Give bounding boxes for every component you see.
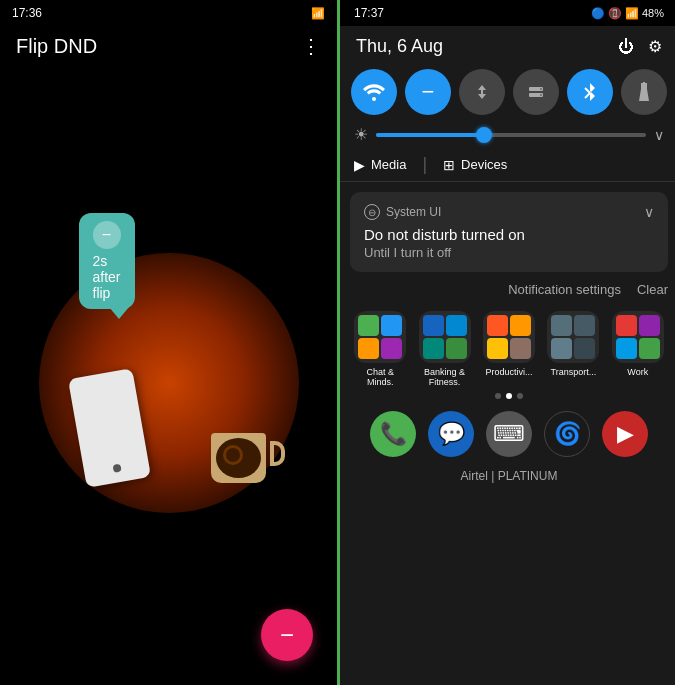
folder-trans-icon [547, 311, 599, 363]
time-right: 17:37 [354, 6, 384, 20]
media-tab[interactable]: ▶ Media [354, 157, 406, 173]
flashlight-tile[interactable] [621, 69, 667, 115]
app-folders-row: Chat &Minds. Banking &Fitness. [348, 311, 670, 387]
folder-trans-label: Transport... [551, 367, 597, 377]
brightness-expand-icon[interactable]: ∨ [654, 127, 664, 143]
notif-subtitle: Until I turn it off [364, 245, 654, 260]
quick-tiles: − [340, 63, 675, 121]
right-panel: 17:37 🔵 📵 📶 48% Thu, 6 Aug ⏻ ⚙ − [340, 0, 675, 685]
notification-actions: Notification settings Clear [340, 278, 675, 297]
phone-illustration [77, 373, 142, 483]
notif-expand-icon[interactable]: ∨ [644, 204, 654, 220]
page-dot-1 [495, 393, 501, 399]
devices-label: Devices [461, 157, 507, 172]
folder-work[interactable]: Work [612, 311, 664, 387]
media-devices-row: ▶ Media | ⊞ Devices [340, 148, 675, 182]
fab-dnd-button[interactable]: − [261, 609, 313, 661]
notif-app-row: ⊖ System UI [364, 204, 441, 220]
dnd-tile[interactable]: − [405, 69, 451, 115]
time-left: 17:36 [12, 6, 42, 20]
storage-tile[interactable] [513, 69, 559, 115]
notification-card: ⊖ System UI ∨ Do not disturb turned on U… [350, 192, 668, 272]
illustration-area: − 2s after flip [0, 80, 337, 685]
svg-point-4 [540, 94, 542, 96]
notification-header: ⊖ System UI ∨ [364, 204, 654, 220]
power-icon[interactable]: ⏻ [618, 38, 634, 56]
status-icons-left: 📶 [311, 7, 325, 20]
brightness-fill [376, 133, 484, 137]
notification-settings-button[interactable]: Notification settings [508, 282, 621, 297]
video-app[interactable]: ▶ [602, 411, 648, 457]
brightness-thumb [476, 127, 492, 143]
data-tile[interactable] [459, 69, 505, 115]
tooltip-text: 2s after flip [93, 253, 121, 301]
bluetooth-tile[interactable] [567, 69, 613, 115]
carrier-label: Airtel | PLATINUM [461, 469, 558, 483]
notif-title: Do not disturb turned on [364, 226, 654, 243]
media-label: Media [371, 157, 406, 172]
folder-transport[interactable]: Transport... [547, 311, 599, 387]
pagination-dots [348, 393, 670, 399]
play-icon: ▶ [354, 157, 365, 173]
tab-divider: | [422, 154, 427, 175]
brightness-slider[interactable] [376, 133, 646, 137]
svg-line-6 [585, 93, 590, 98]
keyboard-app[interactable]: ⌨ [486, 411, 532, 457]
svg-point-0 [372, 97, 376, 101]
folder-work-icon [612, 311, 664, 363]
brightness-row: ☀ ∨ [340, 121, 675, 148]
qs-header-icons: ⏻ ⚙ [618, 37, 662, 56]
dnd-tooltip-icon: − [93, 221, 121, 249]
folder-productivity[interactable]: Productivi... [483, 311, 535, 387]
status-bar-right: 17:37 🔵 📵 📶 48% [340, 0, 675, 26]
tooltip-arrow [109, 307, 129, 319]
phone-app[interactable]: 📞 [370, 411, 416, 457]
page-dot-2 [506, 393, 512, 399]
app-drawer: Chat &Minds. Banking &Fitness. [340, 297, 675, 495]
folder-prod-label: Productivi... [485, 367, 532, 377]
battery-percent: 48% [642, 7, 664, 19]
app-dock: 📞 💬 ⌨ 🌀 ▶ [348, 403, 670, 465]
page-dot-3 [517, 393, 523, 399]
cup-handle [270, 441, 285, 466]
left-panel: 17:36 📶 Flip DND ⋮ − 2s after flip [0, 0, 337, 685]
phone-camera [111, 463, 120, 472]
clear-notification-button[interactable]: Clear [637, 282, 668, 297]
folder-prod-icon [483, 311, 535, 363]
camera-app[interactable]: 🌀 [544, 411, 590, 457]
folder-work-label: Work [627, 367, 648, 377]
brightness-icon: ☀ [354, 125, 368, 144]
devices-grid-icon: ⊞ [443, 157, 455, 173]
coffee-cup [211, 433, 271, 493]
status-icons-right: 🔵 📵 📶 48% [591, 7, 664, 20]
folder-chat-label: Chat &Minds. [366, 367, 394, 387]
svg-point-3 [540, 88, 542, 90]
svg-line-5 [585, 88, 590, 93]
devices-tab[interactable]: ⊞ Devices [443, 157, 507, 173]
wifi-tile[interactable] [351, 69, 397, 115]
folder-banking-label: Banking &Fitness. [424, 367, 465, 387]
settings-icon[interactable]: ⚙ [648, 37, 662, 56]
notif-app-name: System UI [386, 205, 441, 219]
qs-date: Thu, 6 Aug [356, 36, 443, 57]
folder-chat-icon [354, 311, 406, 363]
folder-banking-icon [419, 311, 471, 363]
glow-circle: − 2s after flip [39, 253, 299, 513]
status-bar-left: 17:36 📶 [0, 0, 337, 26]
message-app[interactable]: 💬 [428, 411, 474, 457]
system-ui-icon: ⊖ [364, 204, 380, 220]
folder-banking[interactable]: Banking &Fitness. [419, 311, 471, 387]
cup-swirl [223, 445, 243, 465]
folder-chat[interactable]: Chat &Minds. [354, 311, 406, 387]
app-title: Flip DND [16, 35, 97, 58]
app-header: Flip DND ⋮ [0, 26, 337, 70]
qs-header: Thu, 6 Aug ⏻ ⚙ [340, 26, 675, 63]
more-options-icon[interactable]: ⋮ [301, 34, 321, 58]
carrier-bar: Airtel | PLATINUM [348, 465, 670, 489]
